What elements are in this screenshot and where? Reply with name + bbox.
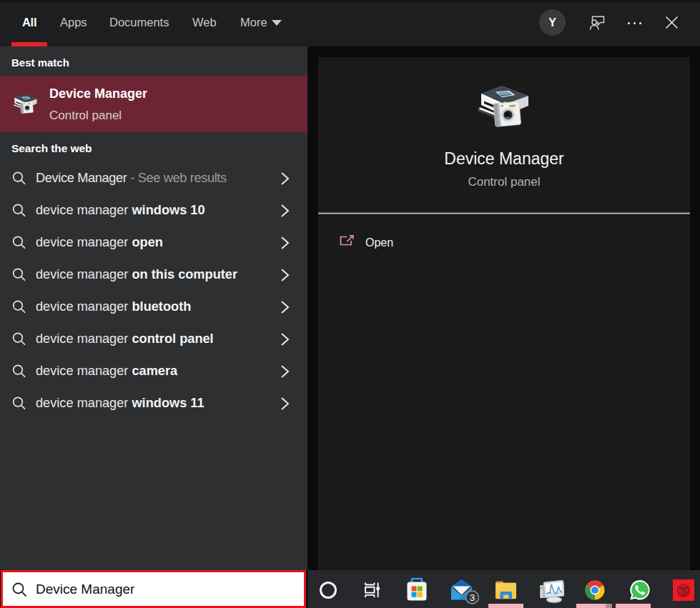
svg-text:3: 3 bbox=[470, 592, 475, 603]
